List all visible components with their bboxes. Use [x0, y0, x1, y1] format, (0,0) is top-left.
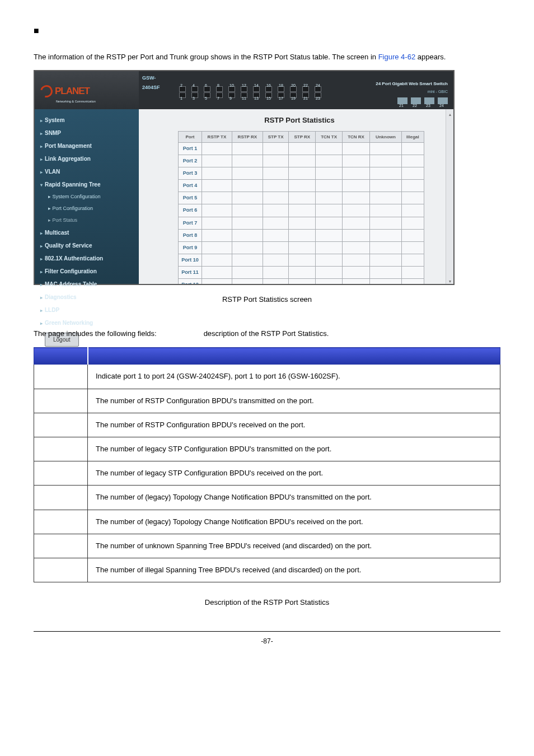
sidebar-item[interactable]: SNMP	[38, 127, 135, 139]
stat-cell	[263, 217, 289, 229]
stat-cell	[316, 229, 343, 241]
sidebar-subitem[interactable]: ▸ System Configuration	[38, 191, 135, 203]
port-cell: Port 4	[179, 180, 202, 192]
sidebar-item[interactable]: Rapid Spanning Tree	[38, 178, 135, 191]
sidebar-item-label: Multicast	[45, 230, 69, 236]
port-number-bottom: 23	[316, 95, 320, 102]
stat-cell	[343, 204, 370, 217]
intro-text-after: appears.	[415, 53, 446, 61]
stat-cell	[316, 142, 343, 155]
sidebar-item[interactable]: MAC Address Table	[38, 278, 135, 291]
gbic-number: 24	[439, 102, 444, 109]
port-pair: 1211	[241, 86, 247, 98]
sidebar-item-label: System Configuration	[53, 194, 101, 199]
sidebar-item[interactable]: Link Aggregation	[38, 152, 135, 165]
stat-cell	[343, 192, 370, 204]
stat-cell	[202, 204, 232, 217]
stats-column-header: Unknown	[370, 131, 402, 142]
sidebar-item-label: Link Aggregation	[45, 156, 91, 162]
port-number-top: 2	[180, 82, 182, 89]
stat-cell	[316, 266, 343, 278]
sidebar-item[interactable]: Filter Configuration	[38, 265, 135, 278]
stat-cell	[370, 142, 402, 155]
stat-cell	[289, 266, 316, 278]
stat-cell	[289, 241, 316, 254]
port-pair: 43	[191, 86, 198, 98]
desc-header-object	[34, 348, 88, 365]
table-row: Port 5	[179, 192, 424, 204]
stat-cell	[202, 142, 232, 155]
port-number-top: 12	[242, 82, 246, 89]
sidebar-subitem[interactable]: ▸ Port Status	[38, 214, 135, 226]
port-number-bottom: 1	[180, 95, 182, 102]
stat-cell	[401, 167, 424, 180]
port-number-bottom: 13	[254, 95, 259, 102]
planet-logo-icon	[38, 83, 55, 100]
desc-text-cell: The number of RSTP Configuration BPDU's …	[88, 389, 500, 413]
stat-cell	[263, 142, 289, 155]
port-number-bottom: 15	[266, 95, 271, 102]
sidebar-item-label: Port Status	[53, 217, 78, 223]
port-pair: 2423	[315, 86, 321, 98]
port-number-top: 14	[254, 82, 259, 89]
sidebar-item[interactable]: 802.1X Authentication	[38, 252, 135, 265]
stat-cell	[202, 229, 232, 241]
desc-object-cell	[34, 389, 88, 413]
stats-column-header: RSTP TX	[202, 131, 232, 142]
sidebar-item[interactable]: System	[38, 114, 135, 127]
stat-cell	[316, 180, 343, 192]
table-row: Port 10	[179, 254, 424, 266]
sidebar-item[interactable]: Port Management	[38, 139, 135, 152]
stat-cell	[401, 229, 424, 241]
sidebar-item[interactable]: Multicast	[38, 226, 135, 239]
sidebar-item[interactable]: Quality of Service	[38, 239, 135, 252]
table-row: Port 4	[179, 180, 424, 192]
port-number-top: 20	[291, 82, 296, 89]
stat-cell	[202, 278, 232, 284]
port-cell: Port 10	[179, 254, 202, 266]
desc-object-cell	[34, 558, 88, 582]
stat-cell	[401, 142, 424, 155]
port-number-top: 6	[205, 82, 207, 89]
port-cell: Port 12	[179, 278, 202, 284]
scroll-down-icon[interactable]: ▾	[447, 277, 453, 283]
port-pair: 1615	[265, 86, 272, 98]
desc-text-cell: Indicate port 1 to port 24 (GSW-24024SF)…	[88, 365, 500, 389]
stat-cell	[263, 155, 289, 167]
sidebar-item-label: Port Management	[45, 143, 92, 149]
stat-cell	[343, 180, 370, 192]
table-row: Port 9	[179, 241, 424, 254]
table-row: Port 12	[179, 278, 424, 284]
port-cell: Port 8	[179, 229, 202, 241]
stat-cell	[202, 155, 232, 167]
stat-cell	[289, 204, 316, 217]
stat-cell	[289, 278, 316, 284]
port-number-bottom: 21	[303, 95, 308, 102]
table-row: Indicate port 1 to port 24 (GSW-24024SF)…	[34, 365, 500, 389]
desc-text-cell: The number of illegal Spanning Tree BPDU…	[88, 558, 500, 582]
port-pair: 109	[228, 86, 235, 98]
sidebar-item-label: LLDP	[45, 307, 59, 313]
sidebar-item[interactable]: LLDP	[38, 304, 135, 316]
stat-cell	[232, 204, 263, 217]
sidebar-item[interactable]: Diagnostics	[38, 291, 135, 304]
stat-cell	[263, 204, 289, 217]
stat-cell	[370, 278, 402, 284]
sidebar-item[interactable]: VLAN	[38, 165, 135, 178]
stat-cell	[343, 229, 370, 241]
stat-cell	[316, 155, 343, 167]
stat-cell	[202, 241, 232, 254]
stats-column-header: RSTP RX	[232, 131, 263, 142]
stat-cell	[263, 266, 289, 278]
stat-cell	[202, 217, 232, 229]
desc-object-cell	[34, 486, 88, 510]
port-number-bottom: 7	[217, 95, 219, 102]
scrollbar[interactable]: ▴ ▾	[446, 109, 453, 284]
port-number-bottom: 11	[242, 95, 246, 102]
scroll-up-icon[interactable]: ▴	[447, 110, 453, 116]
sidebar-subitem[interactable]: ▸ Port Configuration	[38, 203, 135, 214]
stat-cell	[263, 167, 289, 180]
sidebar-item-label: SNMP	[45, 130, 61, 136]
desc-object-cell	[34, 461, 88, 486]
sidebar-item-label: Port Configuration	[53, 206, 93, 211]
